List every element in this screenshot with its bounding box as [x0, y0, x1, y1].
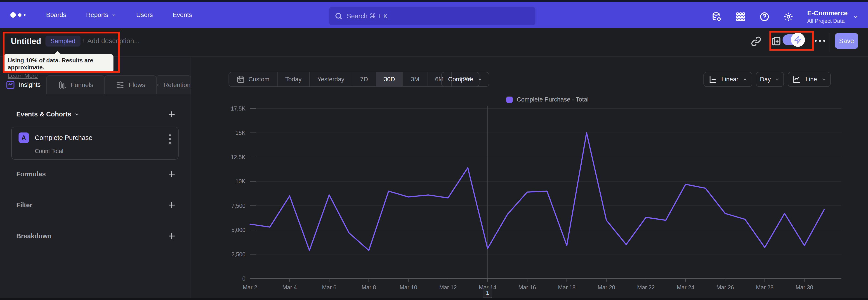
svg-text:Mar 4: Mar 4	[282, 284, 297, 291]
filter-section: Filter	[16, 201, 176, 209]
filter-label: Filter	[16, 202, 32, 209]
linear-axis-icon	[708, 75, 717, 84]
search-input[interactable]: Search ⌘ + K	[329, 7, 536, 25]
mixpanel-logo-icon[interactable]	[10, 12, 26, 18]
nav-item-events[interactable]: Events	[173, 11, 192, 19]
retention-icon	[157, 80, 160, 90]
add-to-board-icon[interactable]	[771, 36, 781, 47]
compare-button[interactable]: Compare	[441, 72, 489, 87]
report-header: Untitled Sampled + Add description... Sa…	[0, 28, 868, 57]
svg-text:15K: 15K	[236, 129, 246, 136]
apps-grid-icon[interactable]	[735, 11, 746, 22]
sampling-toggle[interactable]	[782, 34, 804, 45]
svg-text:10K: 10K	[236, 178, 246, 184]
chart-type-label: Line	[805, 76, 817, 83]
svg-text:Mar 18: Mar 18	[558, 284, 576, 291]
copy-link-icon[interactable]	[751, 36, 761, 47]
sampled-badge[interactable]: Sampled	[45, 36, 81, 47]
range-label: Yesterday	[317, 76, 344, 83]
project-scope: All Project Data	[807, 18, 848, 24]
range-7d[interactable]: 7D	[352, 72, 376, 86]
learn-more-link[interactable]: Learn More	[8, 72, 38, 79]
formulas-label: Formulas	[16, 171, 46, 178]
event-options-kebab[interactable]	[168, 133, 172, 145]
calendar-icon	[237, 75, 245, 83]
svg-text:Mar 12: Mar 12	[439, 284, 457, 291]
axis-scale-button[interactable]: Linear	[704, 72, 752, 87]
settings-gear-icon[interactable]	[783, 11, 794, 22]
section-label: Events & Cohorts	[16, 111, 71, 118]
save-button[interactable]: Save	[835, 33, 858, 49]
svg-text:Mar 22: Mar 22	[637, 284, 655, 291]
chart-type-button[interactable]: Line	[788, 72, 831, 87]
nav-item-reports[interactable]: Reports	[86, 11, 116, 19]
chevron-down-icon	[775, 77, 780, 82]
range-3m[interactable]: 3M	[403, 72, 428, 86]
chevron-down-icon	[74, 112, 79, 117]
add-breakdown-button[interactable]	[167, 232, 176, 240]
primary-nav: Boards Reports Users Events	[46, 11, 192, 19]
scale-label: Linear	[721, 76, 738, 83]
nav-utilities: E-Commerce All Project Data	[711, 4, 859, 30]
range-label: 3M	[411, 76, 419, 83]
chevron-down-icon	[821, 77, 826, 82]
add-event-button[interactable]	[167, 110, 176, 118]
range-label: Custom	[248, 76, 270, 83]
event-row-top: A Complete Purchase	[19, 132, 92, 143]
divider	[830, 33, 830, 52]
chart-legend[interactable]: Complete Purchase - Total	[506, 96, 589, 103]
granularity-button[interactable]: Day	[756, 72, 784, 87]
svg-text:17.5K: 17.5K	[231, 106, 246, 112]
event-metric-selector[interactable]: Count Total	[35, 148, 63, 154]
compare-label: Compare	[448, 76, 473, 83]
svg-text:Mar 24: Mar 24	[677, 284, 694, 291]
range-today[interactable]: Today	[278, 72, 310, 86]
nav-label: Events	[173, 11, 192, 19]
nav-label: Boards	[46, 11, 66, 19]
tab-retention[interactable]: Retention	[156, 75, 191, 94]
pagination-page-1[interactable]: 1	[483, 288, 492, 298]
range-yesterday[interactable]: Yesterday	[310, 72, 352, 86]
more-options-button[interactable]	[815, 40, 825, 42]
add-filter-button[interactable]	[167, 201, 176, 209]
add-formula-button[interactable]	[167, 170, 176, 178]
help-icon[interactable]	[759, 11, 770, 22]
svg-text:Mar 10: Mar 10	[400, 284, 417, 291]
add-description-button[interactable]: + Add description...	[82, 37, 140, 45]
legend-swatch	[506, 96, 513, 103]
project-switcher[interactable]: E-Commerce All Project Data	[807, 9, 859, 24]
svg-text:Mar 26: Mar 26	[716, 284, 734, 291]
svg-text:2,500: 2,500	[231, 251, 246, 258]
search-icon	[335, 12, 343, 20]
legend-label: Complete Purchase - Total	[517, 96, 589, 103]
range-30d[interactable]: 30D	[376, 72, 403, 86]
report-title[interactable]: Untitled	[11, 37, 41, 46]
data-management-icon[interactable]	[711, 11, 722, 22]
tab-label: Retention	[163, 81, 191, 89]
event-row-card[interactable]: A Complete Purchase Count Total	[11, 127, 179, 160]
tab-flows[interactable]: Flows	[105, 75, 156, 94]
events-cohorts-header[interactable]: Events & Cohorts	[16, 111, 79, 118]
chevron-down-icon	[852, 13, 859, 20]
breakdown-label: Breakdown	[16, 232, 52, 240]
line-chart-icon	[792, 75, 801, 84]
window-edge	[0, 298, 868, 300]
range-label: 7D	[360, 76, 368, 83]
query-sidebar: Insights Funnels Flows Re	[0, 57, 191, 300]
chevron-down-icon	[477, 77, 483, 82]
nav-item-users[interactable]: Users	[136, 11, 153, 19]
range-label: 30D	[384, 76, 395, 83]
insights-chart-icon	[6, 80, 15, 90]
range-custom[interactable]: Custom	[229, 72, 278, 86]
svg-text:Mar 8: Mar 8	[362, 284, 376, 291]
nav-item-boards[interactable]: Boards	[46, 11, 66, 19]
breakdown-section: Breakdown	[16, 232, 176, 240]
events-cohorts-section: Events & Cohorts	[16, 110, 176, 118]
chevron-down-icon	[743, 77, 747, 82]
lightning-bolt-icon	[794, 36, 802, 43]
tab-label: Funnels	[71, 81, 93, 89]
search-placeholder: Search ⌘ + K	[347, 12, 388, 20]
top-nav: Boards Reports Users Events Search ⌘ + K	[0, 2, 868, 28]
event-name[interactable]: Complete Purchase	[35, 134, 92, 142]
app-window: Boards Reports Users Events Search ⌘ + K	[0, 0, 868, 300]
